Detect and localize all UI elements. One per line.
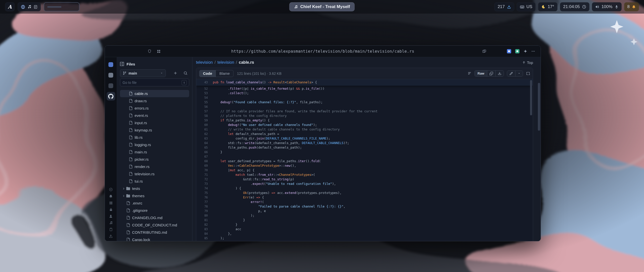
pinned-tab-3[interactable] bbox=[107, 81, 115, 90]
tab-github-active[interactable] bbox=[107, 92, 115, 100]
copy-raw-icon[interactable] bbox=[487, 71, 495, 76]
tree-item-errors.rs[interactable]: errors.rs bbox=[120, 105, 189, 112]
line-number[interactable]: 74 bbox=[196, 186, 213, 191]
code-scrollbar[interactable] bbox=[530, 80, 532, 115]
tree-item-CHANGELOG.md[interactable]: CHANGELOG.md bbox=[120, 214, 189, 221]
fullscreen-icon[interactable] bbox=[526, 72, 530, 75]
compass-icon[interactable] bbox=[109, 188, 113, 191]
split-view-icon[interactable] bbox=[482, 49, 486, 53]
line-number[interactable]: 86 bbox=[196, 241, 213, 241]
symbols-panel-icon[interactable] bbox=[468, 72, 471, 75]
notes-icon[interactable] bbox=[34, 5, 37, 9]
star-icon[interactable] bbox=[524, 49, 527, 53]
media-player-widget[interactable]: Chief Keef - Treat Myself bbox=[289, 2, 355, 11]
volume-widget[interactable]: 100% bbox=[592, 2, 621, 11]
line-number[interactable]: 61 bbox=[196, 127, 213, 132]
go-to-file-input[interactable] bbox=[123, 81, 180, 85]
line-number[interactable]: 59 bbox=[196, 118, 213, 123]
tab-blame[interactable]: Blame bbox=[216, 70, 233, 77]
clock-widget[interactable]: 21:04:05 bbox=[560, 2, 589, 11]
line-number[interactable]: 76 bbox=[196, 195, 213, 200]
go-to-file-box[interactable]: t bbox=[120, 79, 189, 86]
line-number[interactable]: 56 bbox=[196, 105, 213, 109]
download-raw-icon[interactable] bbox=[495, 71, 504, 76]
more-menu-icon[interactable] bbox=[531, 49, 535, 53]
user-icon[interactable] bbox=[109, 214, 113, 218]
line-number[interactable]: 60 bbox=[196, 123, 213, 127]
grid-icon[interactable] bbox=[109, 201, 113, 205]
extension-icon-blue[interactable] bbox=[507, 49, 511, 53]
line-number[interactable]: 54 bbox=[196, 95, 213, 100]
download-icon[interactable] bbox=[109, 234, 113, 238]
edit-pencil-icon[interactable] bbox=[507, 71, 515, 76]
line-number[interactable]: 80 bbox=[196, 213, 213, 218]
tree-item-.gitignore[interactable]: .gitignore bbox=[120, 207, 189, 214]
line-number[interactable]: 52 bbox=[196, 86, 213, 91]
tree-item-input.rs[interactable]: input.rs bbox=[120, 119, 189, 126]
line-number[interactable]: 68 bbox=[196, 159, 213, 163]
line-number[interactable]: 53 bbox=[196, 91, 213, 95]
breadcrumb-repo[interactable]: television bbox=[196, 60, 213, 65]
tree-item-television.rs[interactable]: television.rs bbox=[120, 170, 189, 178]
lock-icon[interactable] bbox=[109, 208, 113, 211]
line-number[interactable]: 77 bbox=[196, 200, 213, 204]
page-scrollbar[interactable] bbox=[538, 59, 540, 240]
pinned-tab-1[interactable] bbox=[107, 60, 115, 69]
tree-item-themes[interactable]: themes bbox=[120, 192, 189, 199]
tree-item-Cargo.lock[interactable]: Cargo.lock bbox=[120, 236, 189, 241]
branch-selector[interactable]: main bbox=[120, 69, 166, 77]
line-number[interactable]: 72 bbox=[196, 177, 213, 182]
tree-item-keymap.rs[interactable]: keymap.rs bbox=[120, 126, 189, 134]
line-number[interactable]: 67 bbox=[196, 154, 213, 159]
line-number[interactable]: 57 bbox=[196, 109, 213, 114]
browser-icon[interactable] bbox=[21, 5, 25, 9]
line-number[interactable]: 58 bbox=[196, 114, 213, 118]
line-number[interactable]: 83 bbox=[196, 227, 213, 231]
notifications-widget[interactable]: 8 bbox=[624, 2, 639, 11]
edit-caret-icon[interactable] bbox=[515, 71, 523, 76]
container-grid-icon[interactable] bbox=[157, 50, 160, 53]
tree-item-cable.rs[interactable]: cable.rs bbox=[120, 90, 189, 97]
raw-button[interactable]: Raw bbox=[475, 71, 487, 76]
back-to-top-link[interactable]: Top bbox=[522, 60, 533, 65]
tree-item-.envrc[interactable]: .envrc bbox=[120, 199, 189, 207]
line-number[interactable]: 69 bbox=[196, 163, 213, 168]
updates-widget[interactable]: 217 bbox=[494, 2, 514, 11]
tree-item-picker.rs[interactable]: picker.rs bbox=[120, 156, 189, 163]
tree-item-CONTRIBUTING.md[interactable]: CONTRIBUTING.md bbox=[120, 229, 189, 236]
search-icon[interactable] bbox=[182, 70, 189, 77]
line-number[interactable]: 70 bbox=[196, 168, 213, 173]
music-icon[interactable] bbox=[27, 5, 31, 9]
line-number[interactable]: 75 bbox=[196, 191, 213, 195]
line-number[interactable]: 79 bbox=[196, 209, 213, 213]
line-number[interactable]: 43 bbox=[196, 79, 213, 86]
line-number[interactable]: 71 bbox=[196, 173, 213, 177]
tree-item-lib.rs[interactable]: lib.rs bbox=[120, 134, 189, 141]
line-number[interactable]: 73 bbox=[196, 182, 213, 186]
tree-item-render.rs[interactable]: render.rs bbox=[120, 163, 189, 170]
tree-item-tui.rs[interactable]: tui.rs bbox=[120, 178, 189, 185]
weather-widget[interactable]: 17° bbox=[538, 2, 557, 11]
line-number[interactable]: 78 bbox=[196, 204, 213, 209]
new-file-button[interactable] bbox=[172, 70, 179, 77]
shield-icon[interactable] bbox=[148, 49, 151, 53]
tree-item-event.rs[interactable]: event.rs bbox=[120, 112, 189, 119]
tree-item-main.rs[interactable]: main.rs bbox=[120, 148, 189, 156]
collapse-sidebar-icon[interactable] bbox=[120, 62, 124, 66]
url-bar[interactable]: https://github.com/alexpasmantier/televi… bbox=[105, 46, 541, 57]
line-number[interactable]: 64 bbox=[196, 141, 213, 145]
code-scrollbar-thumb[interactable] bbox=[530, 80, 532, 115]
tree-item-tests[interactable]: tests bbox=[120, 185, 189, 192]
window-indicator[interactable] bbox=[44, 2, 79, 11]
tree-item-CODE_OF_CONDUCT.md[interactable]: CODE_OF_CONDUCT.md bbox=[120, 221, 189, 229]
line-number[interactable]: 62 bbox=[196, 132, 213, 136]
tab-code[interactable]: Code bbox=[199, 70, 216, 77]
line-number[interactable]: 82 bbox=[196, 222, 213, 227]
browser-titlebar[interactable]: https://github.com/alexpasmantier/televi… bbox=[105, 46, 541, 57]
line-number[interactable]: 63 bbox=[196, 136, 213, 141]
extension-icon-teal[interactable] bbox=[515, 49, 519, 53]
line-number[interactable]: 55 bbox=[196, 100, 213, 105]
line-number[interactable]: 66 bbox=[196, 150, 213, 154]
app-launcher-button[interactable]: A bbox=[5, 2, 15, 11]
line-number[interactable]: 84 bbox=[196, 231, 213, 236]
